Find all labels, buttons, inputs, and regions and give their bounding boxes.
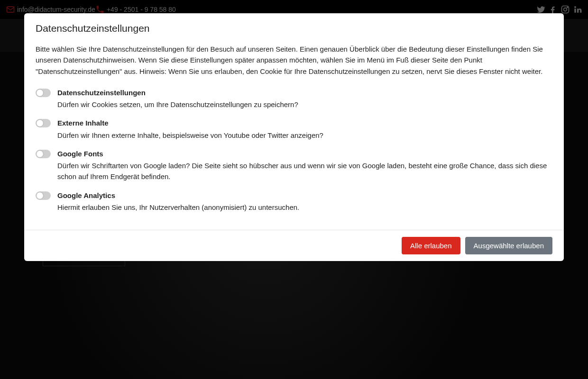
toggle-datenschutz[interactable] (36, 89, 51, 97)
option-title: Externe Inhalte (57, 117, 323, 128)
option-text: Google Fonts Dürfen wir Schriftarten von… (57, 148, 552, 182)
modal-title: Datenschutzeinstellungen (24, 13, 564, 44)
toggle-google-fonts[interactable] (36, 150, 51, 158)
option-desc: Dürfen wir Cookies setzen, um Ihre Daten… (57, 99, 298, 110)
toggle-externe-inhalte[interactable] (36, 119, 51, 127)
page-root: info@didactum-security.de +49 - 2501 - 9… (0, 0, 588, 379)
toggle-google-analytics[interactable] (36, 191, 51, 200)
privacy-option-externe-inhalte: Externe Inhalte Dürfen wir Ihnen externe… (36, 117, 552, 141)
privacy-option-google-fonts: Google Fonts Dürfen wir Schriftarten von… (36, 148, 552, 182)
allow-all-button[interactable]: Alle erlauben (402, 237, 460, 254)
option-desc: Dürfen wir Ihnen externe Inhalte, beispi… (57, 130, 323, 141)
option-desc: Hiermit erlauben Sie uns, Ihr Nutzerverh… (57, 202, 299, 213)
modal-overlay: Datenschutzeinstellungen Bitte wählen Si… (0, 0, 588, 379)
privacy-modal: Datenschutzeinstellungen Bitte wählen Si… (24, 13, 564, 261)
modal-footer: Alle erlauben Ausgewählte erlauben (24, 230, 564, 261)
option-desc: Dürfen wir Schriftarten von Google laden… (57, 160, 552, 182)
option-text: Datenschutzeinstellungen Dürfen wir Cook… (57, 87, 298, 110)
modal-body: Bitte wählen Sie Ihre Datenschutzeinstel… (24, 44, 564, 230)
option-text: Externe Inhalte Dürfen wir Ihnen externe… (57, 117, 323, 141)
modal-intro-text: Bitte wählen Sie Ihre Datenschutzeinstel… (36, 44, 552, 77)
privacy-option-datenschutz: Datenschutzeinstellungen Dürfen wir Cook… (36, 87, 552, 110)
allow-selected-button[interactable]: Ausgewählte erlauben (465, 237, 552, 254)
option-title: Datenschutzeinstellungen (57, 87, 298, 98)
privacy-option-google-analytics: Google Analytics Hiermit erlauben Sie un… (36, 190, 552, 213)
option-title: Google Fonts (57, 148, 552, 159)
option-title: Google Analytics (57, 190, 299, 201)
option-text: Google Analytics Hiermit erlauben Sie un… (57, 190, 299, 213)
